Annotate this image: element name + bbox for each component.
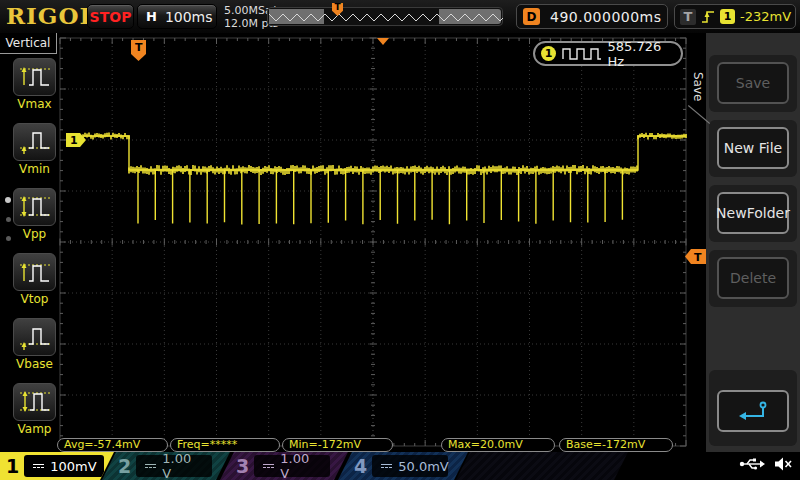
menu-title: Vertical (0, 33, 57, 54)
menu-item-label: Vpp (13, 227, 56, 241)
delete-button[interactable]: Delete (717, 257, 789, 299)
channel-scale: 1.00 V (162, 451, 203, 480)
overview-waveform (269, 9, 503, 26)
usb-icon (739, 456, 765, 472)
menu-item-label: Vamp (13, 422, 56, 436)
channel-status-bar: 1 100mV 2 1.00 V 3 1.00 V 4 50.0mV (0, 452, 800, 480)
menu-slot (709, 370, 797, 446)
svg-text:T: T (694, 251, 702, 264)
menu-item-label: Vbase (13, 357, 56, 371)
graticule-grid (60, 38, 686, 446)
top-bar: RIGOL STOP H 100ms 5.00MSa/s 12.0M pts T… (0, 0, 800, 34)
rising-edge-icon (701, 9, 715, 24)
channel3-chip[interactable]: 3 1.00 V (220, 452, 348, 480)
menu-page-dot (6, 217, 11, 222)
horizontal-center-marker (377, 38, 389, 45)
waveform-display-area: 1 T T 1 585.726 Hz Avg=-57.4mV Freq=* (57, 33, 706, 452)
menu-item-vmin[interactable]: Vmin (13, 123, 56, 176)
back-button[interactable] (717, 390, 789, 432)
left-measure-menu: Vertical Vmax Vmin Vpp Vtop (0, 33, 57, 452)
bottom-bar-filler (456, 452, 628, 480)
new-file-button[interactable]: New File (717, 127, 789, 169)
menu-page-dot (5, 197, 11, 203)
return-arrow-icon (736, 399, 770, 423)
menu-item-label: Vmax (13, 97, 56, 111)
channel-scale: 50.0mV (398, 459, 449, 474)
dc-coupling-icon (381, 464, 392, 469)
channel1-trace (83, 133, 686, 225)
frequency-counter-value: 585.726 Hz (607, 39, 681, 69)
svg-text:1: 1 (70, 134, 78, 147)
status-icons (739, 456, 792, 472)
vpp-icon (13, 188, 56, 226)
channel2-chip[interactable]: 2 1.00 V (102, 452, 230, 480)
new-folder-button[interactable]: NewFolder (717, 192, 789, 234)
horizontal-label: H (146, 9, 157, 24)
dc-coupling-icon (33, 464, 44, 469)
frequency-counter: 1 585.726 Hz (533, 41, 683, 66)
channel-scale-box: 50.0mV (372, 455, 448, 477)
channel-scale-box: 100mV (24, 455, 104, 477)
save-button[interactable]: Save (717, 62, 789, 104)
vbase-icon (13, 318, 56, 356)
menu-slot: New File (709, 120, 797, 177)
delay-value: 490.000000ms (550, 9, 662, 25)
delay-readout-button[interactable]: D 490.000000ms (516, 4, 668, 29)
frequency-counter-channel-badge: 1 (541, 46, 556, 61)
timebase-value: 100ms (165, 9, 213, 25)
waveform-overview-bar[interactable]: T (267, 7, 503, 26)
vtop-icon (13, 253, 56, 291)
run-stop-indicator[interactable]: STOP (87, 4, 134, 29)
channel-number: 2 (118, 455, 131, 477)
channel-scale: 100mV (50, 459, 96, 474)
menu-item-vmax[interactable]: Vmax (13, 58, 56, 111)
trigger-position-marker[interactable]: T (131, 40, 146, 61)
menu-item-label: Vtop (13, 292, 56, 306)
measurement-freq[interactable]: Freq=***** (170, 438, 280, 452)
trigger-readout-button[interactable]: T 1 -232mV (674, 4, 796, 29)
svg-text:T: T (135, 41, 143, 54)
trigger-level-marker[interactable]: T (685, 249, 706, 264)
menu-item-vtop[interactable]: Vtop (13, 253, 56, 306)
measurement-avg[interactable]: Avg=-57.4mV (57, 438, 168, 452)
channel1-chip[interactable]: 1 100mV (0, 452, 114, 480)
menu-item-label: Vmin (13, 162, 56, 176)
channel-scale: 1.00 V (280, 451, 321, 480)
trigger-source-badge: 1 (720, 9, 735, 24)
speaker-muted-icon (774, 456, 792, 472)
trigger-level-value: -232mV (740, 9, 791, 24)
dc-coupling-icon (263, 464, 274, 469)
dc-coupling-icon (145, 464, 156, 469)
vamp-icon (13, 383, 56, 421)
measurement-min[interactable]: Min=-172mV (282, 438, 393, 452)
channel4-chip[interactable]: 4 50.0mV (338, 452, 468, 480)
menu-page-dot (6, 236, 11, 241)
square-wave-icon (562, 47, 601, 60)
channel-number: 1 (6, 455, 19, 477)
channel-scale-box: 1.00 V (254, 455, 330, 477)
menu-slot: Save (709, 55, 797, 112)
channel-number: 3 (236, 455, 249, 477)
menu-item-vamp[interactable]: Vamp (13, 383, 56, 436)
channel-scale-box: 1.00 V (136, 455, 212, 477)
measurement-base[interactable]: Base=-172mV (559, 438, 673, 452)
horizontal-timebase-button[interactable]: H 100ms (137, 4, 217, 29)
delay-badge: D (523, 8, 540, 25)
menu-slot: Delete (709, 250, 797, 307)
menu-slot: NewFolder (709, 185, 797, 242)
waveform-plot: 1 T T (57, 33, 706, 452)
rigol-logo: RIGOL (6, 2, 97, 29)
vmin-icon (13, 123, 56, 161)
menu-item-vbase[interactable]: Vbase (13, 318, 56, 371)
vmax-icon (13, 58, 56, 96)
measurement-max[interactable]: Max=20.0mV (441, 438, 555, 452)
right-soft-menu: Save New File NewFolder Delete (706, 33, 800, 452)
channel-number: 4 (354, 455, 367, 477)
menu-item-vpp[interactable]: Vpp (13, 188, 56, 241)
oscilloscope-screen: RIGOL STOP H 100ms 5.00MSa/s 12.0M pts T… (0, 0, 800, 480)
trigger-label: T (680, 9, 696, 25)
